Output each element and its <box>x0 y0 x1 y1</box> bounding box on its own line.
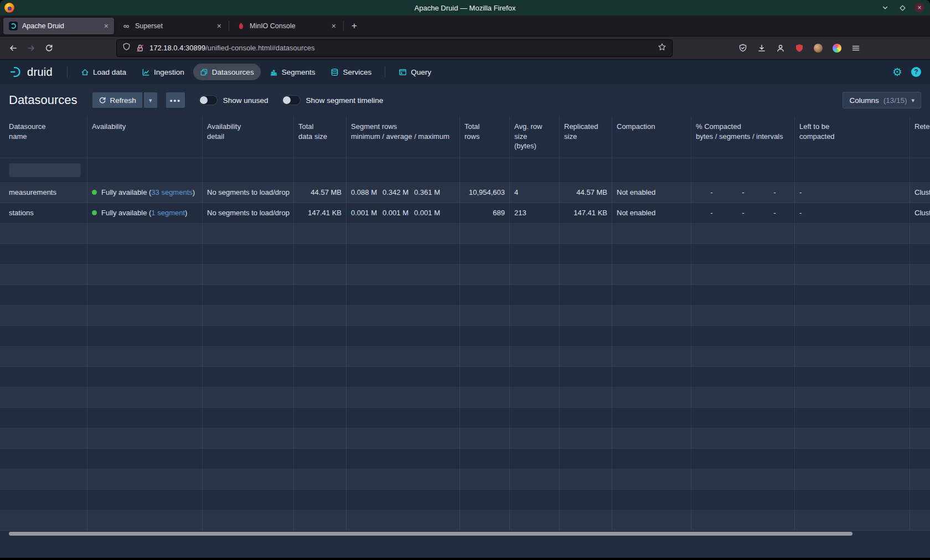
col-header-total-rows[interactable]: Total rows <box>459 116 509 158</box>
more-actions-button[interactable]: ••• <box>166 92 185 108</box>
bookmark-star-icon[interactable] <box>658 43 666 54</box>
tab-superset[interactable]: ∞ Superset × <box>116 18 227 34</box>
cell-datasource-name[interactable]: stations <box>0 203 87 223</box>
console-icon <box>399 68 407 76</box>
cell-datasource-name[interactable]: measurements <box>0 183 87 203</box>
cell-availability: Fully available (33 segments) <box>87 183 202 203</box>
chart-timeline-icon <box>142 68 150 76</box>
cell-retention[interactable]: Cluster default <box>910 203 930 223</box>
shield-check-icon[interactable] <box>735 40 751 56</box>
druid-brand[interactable]: druid <box>9 66 53 79</box>
url-bar[interactable]: 172.18.0.4:30899/unified-console.html#da… <box>116 39 673 57</box>
col-header-availability-detail[interactable]: Availability detail <box>202 116 293 158</box>
cell-retention[interactable]: Cluster default <box>910 183 930 203</box>
url-host: 172.18.0.4:30899 <box>149 44 205 52</box>
nav-item-ingestion[interactable]: Ingestion <box>135 64 191 80</box>
nav-item-segments[interactable]: Segments <box>263 64 322 80</box>
layers-icon <box>200 68 208 76</box>
window-close-icon[interactable]: × <box>914 3 924 13</box>
refresh-button[interactable]: Refresh <box>92 92 143 108</box>
col-header-datasource-name[interactable]: Datasource name <box>0 116 87 158</box>
cell-availability-detail: No segments to load/drop <box>202 183 293 203</box>
tab-close-icon[interactable]: × <box>104 22 108 30</box>
tab-minio-console[interactable]: MinIO Console × <box>231 18 342 34</box>
cell-avg-row-size: 213 <box>509 203 559 223</box>
cell-total-rows: 689 <box>459 203 509 223</box>
cell-left-to-compact: - <box>794 203 910 223</box>
table-body: measurementsFully available (33 segments… <box>0 183 930 531</box>
columns-picker-button[interactable]: Columns (13/15) ▾ <box>843 92 921 108</box>
empty-row <box>0 367 930 387</box>
show-unused-toggle[interactable] <box>199 95 218 105</box>
url-text[interactable]: 172.18.0.4:30899/unified-console.html#da… <box>149 44 653 52</box>
empty-row <box>0 305 930 326</box>
horizontal-scrollbar[interactable] <box>9 532 852 536</box>
browser-window: Apache Druid — Mozilla Firefox × Apache … <box>0 0 930 558</box>
show-segment-timeline-toggle[interactable] <box>282 95 301 105</box>
nav-item-datasources[interactable]: Datasources <box>193 64 261 80</box>
col-header-retention[interactable]: Retention <box>910 116 930 158</box>
nav-item-label: Ingestion <box>154 68 184 76</box>
menu-icon[interactable] <box>848 40 864 56</box>
new-tab-button[interactable]: + <box>347 18 362 34</box>
cell-availability-detail: No segments to load/drop <box>202 203 293 223</box>
tab-close-icon[interactable]: × <box>332 22 336 30</box>
cell-pct-compacted: --- <box>691 183 794 203</box>
druid-brand-text: druid <box>27 66 53 79</box>
nav-item-services[interactable]: Services <box>324 64 378 80</box>
minio-favicon <box>236 22 245 30</box>
tab-close-icon[interactable]: × <box>217 22 221 30</box>
empty-row <box>0 244 930 265</box>
reload-icon[interactable] <box>40 39 58 57</box>
chevron-down-icon: ▾ <box>911 97 914 104</box>
col-header-pct-compacted[interactable]: % Compacted bytes / segments / intervals <box>691 116 794 158</box>
col-header-avg-row-size[interactable]: Avg. row size (bytes) <box>509 116 559 158</box>
cell-segment-rows: 0.088 M0.342 M0.361 M <box>346 183 459 203</box>
segments-link[interactable]: 1 segment <box>151 209 185 217</box>
nav-item-label: Datasources <box>212 68 254 76</box>
tab-apache-druid[interactable]: Apache Druid × <box>3 18 114 34</box>
back-icon[interactable] <box>4 39 22 57</box>
cell-availability: Fully available (1 segment) <box>87 203 202 223</box>
help-icon[interactable]: ? <box>911 67 921 77</box>
empty-row <box>0 265 930 285</box>
datasource-row: measurementsFully available (33 segments… <box>0 183 930 203</box>
segments-link[interactable]: 33 segments <box>151 188 192 196</box>
col-header-segment-rows[interactable]: Segment rows minimum / average / maximum <box>346 116 459 158</box>
nav-item-query[interactable]: Query <box>392 64 438 80</box>
table-header-row: Datasource name Availability Availabilit… <box>0 116 930 158</box>
druid-header: druid Load data Ingestion Datasources Se… <box>0 60 930 84</box>
superset-favicon: ∞ <box>122 22 131 30</box>
refresh-dropdown-caret[interactable]: ▾ <box>143 92 158 108</box>
forward-icon[interactable] <box>22 39 40 57</box>
cell-replicated-size: 147.41 KB <box>559 203 612 223</box>
extension-icon-brown[interactable] <box>810 40 826 56</box>
col-header-total-data-size[interactable]: Total data size <box>293 116 346 158</box>
col-header-availability[interactable]: Availability <box>87 116 202 158</box>
table-filter-row <box>0 158 930 183</box>
empty-row <box>0 490 930 510</box>
ublock-extension-icon[interactable] <box>792 40 807 56</box>
insecure-lock-icon[interactable] <box>136 44 144 53</box>
extension-icon-pinwheel[interactable] <box>829 40 845 56</box>
col-header-compaction[interactable]: Compaction <box>612 116 691 158</box>
available-status-dot <box>92 210 97 215</box>
datasource-row: stationsFully available (1 segment)No se… <box>0 203 930 224</box>
tracking-protection-shield-icon[interactable] <box>122 43 131 53</box>
nav-item-label: Query <box>411 68 431 76</box>
cell-segment-rows: 0.001 M0.001 M0.001 M <box>346 203 459 223</box>
window-minimize-icon[interactable] <box>880 3 890 13</box>
downloads-icon[interactable] <box>754 40 769 56</box>
account-icon[interactable] <box>773 40 788 56</box>
empty-row <box>0 285 930 305</box>
page-title: Datasources <box>9 93 78 107</box>
empty-row <box>0 387 930 408</box>
cell-pct-compacted: --- <box>691 203 794 223</box>
nav-item-load-data[interactable]: Load data <box>74 64 133 80</box>
datasource-name-filter-input[interactable] <box>9 163 81 177</box>
col-header-replicated-size[interactable]: Replicated size <box>559 116 612 158</box>
available-status-dot <box>92 190 97 195</box>
settings-gear-icon[interactable]: ⚙ <box>892 66 902 77</box>
window-maximize-icon[interactable] <box>897 3 907 13</box>
col-header-left-to-compact[interactable]: Left to be compacted <box>794 116 910 158</box>
